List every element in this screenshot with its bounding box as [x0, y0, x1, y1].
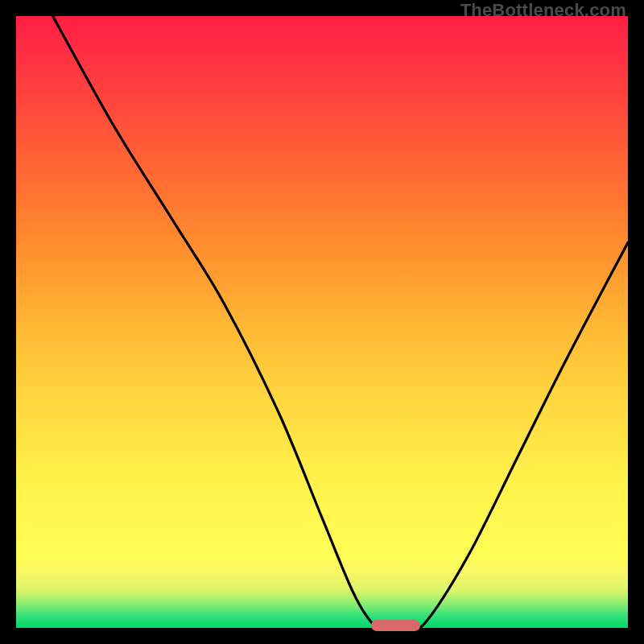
optimal-marker [371, 620, 420, 631]
plot-area [16, 16, 628, 628]
bottleneck-curve [16, 16, 628, 628]
chart-frame: TheBottleneck.com [0, 0, 644, 644]
